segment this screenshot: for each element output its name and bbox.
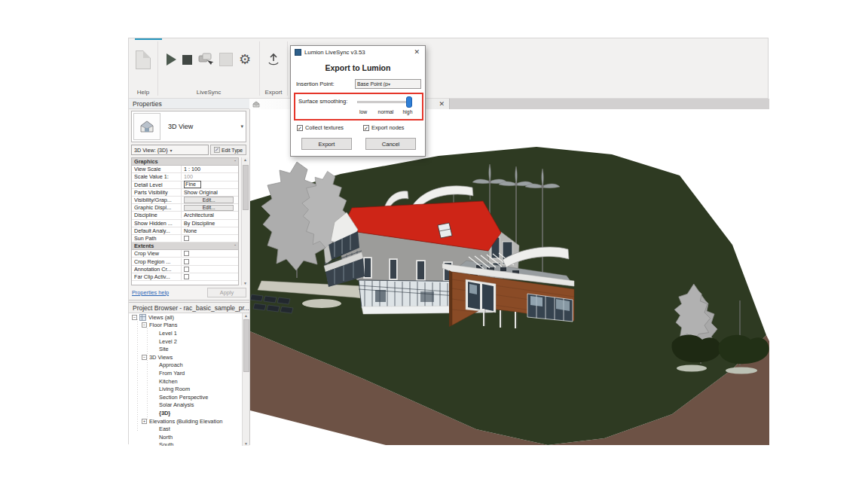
collect-textures-checkbox[interactable]: ✓ Collect textures — [297, 124, 344, 131]
edit-type-button[interactable]: Edit Type — [210, 145, 246, 155]
property-value[interactable] — [182, 259, 238, 264]
tree-item[interactable]: −Views (all) — [129, 313, 241, 322]
properties-scrollbar[interactable]: ▲ ▼ — [241, 157, 249, 285]
dialog-titlebar[interactable]: Lumion LiveSync v3.53 ✕ — [291, 46, 425, 58]
checkbox[interactable] — [184, 259, 189, 264]
surface-smoothing-slider[interactable] — [357, 101, 411, 103]
dialog-heading: Export to Lumion — [291, 63, 425, 72]
apply-button[interactable]: Apply — [207, 288, 246, 297]
properties-help-link[interactable]: Properties help — [132, 289, 169, 296]
tree-item[interactable]: From Yard — [129, 369, 241, 377]
tree-item[interactable]: −3D Views — [129, 353, 241, 361]
collapse-icon[interactable]: − — [142, 322, 147, 328]
property-label: Crop View — [132, 250, 182, 257]
tree-item[interactable]: Living Room — [129, 385, 241, 393]
property-label: Visibility/Grap... — [132, 197, 182, 203]
checkbox[interactable] — [184, 251, 189, 256]
property-value[interactable]: None — [182, 227, 238, 234]
project-browser-header[interactable]: Project Browser - rac_basic_sample_pr... — [129, 303, 249, 313]
section-header[interactable]: Extentsˆ — [132, 242, 238, 250]
type-name: 3D View — [162, 123, 240, 130]
tree-item[interactable]: −Floor Plans — [129, 322, 241, 330]
property-value[interactable] — [182, 274, 238, 279]
tree-item[interactable]: North — [129, 433, 241, 441]
property-row: Crop Region ... — [132, 258, 238, 265]
livesync-sync-icon[interactable] — [198, 53, 213, 66]
property-value[interactable]: Fine — [182, 181, 238, 188]
tree-item-label: 3D Views — [149, 354, 173, 361]
chevron-down-icon[interactable]: ▾ — [240, 124, 246, 130]
expand-icon[interactable]: + — [142, 419, 147, 424]
tree-item-label: East — [159, 425, 170, 432]
property-label: Crop Region ... — [132, 258, 182, 265]
cancel-button[interactable]: Cancel — [365, 138, 416, 150]
livesync-stop-icon[interactable] — [182, 55, 192, 65]
property-value[interactable] — [182, 236, 238, 241]
view-type-combo[interactable]: 3D View: {3D} ▾ — [131, 145, 209, 155]
collapse-icon[interactable]: ˆ — [234, 244, 236, 249]
properties-palette: Properties 3D View ▾ 3D View: {3D} ▾ — [129, 99, 249, 300]
tree-item[interactable]: South — [129, 441, 241, 447]
tree-item-label: Level 1 — [159, 330, 177, 337]
dialog-title: Lumion LiveSync v3.53 — [304, 49, 412, 56]
property-label: Far Clip Activ... — [132, 273, 182, 280]
property-value[interactable]: Show Original — [182, 189, 238, 196]
livesync-disabled-icon — [219, 53, 233, 66]
property-value[interactable]: Edit... — [182, 205, 238, 211]
property-label: Graphic Displ... — [132, 204, 182, 211]
insertion-point-dropdown[interactable]: Base Point (project north) ▾ — [355, 79, 421, 89]
tree-item-label: {3D} — [159, 410, 170, 416]
3d-viewport[interactable] — [250, 109, 769, 445]
tree-item[interactable]: +Elevations (Building Elevation — [129, 417, 241, 425]
slider-thumb[interactable] — [406, 96, 412, 108]
type-selector[interactable]: 3D View ▾ — [131, 111, 246, 142]
ribbon: Help ⚙ LiveSync — [129, 38, 768, 99]
settings-gear-icon[interactable]: ⚙ — [239, 53, 251, 66]
checkbox-checked-icon: ✓ — [363, 125, 369, 131]
livesync-start-icon[interactable] — [167, 53, 176, 66]
section-header[interactable]: Graphicsˆ — [132, 158, 238, 166]
export-icon[interactable] — [266, 52, 281, 67]
project-browser-scrollbar[interactable]: ▲ ▼ — [242, 313, 249, 446]
collapse-icon[interactable]: − — [132, 315, 137, 320]
properties-header[interactable]: Properties — [129, 99, 249, 109]
checkbox-checked-icon: ✓ — [297, 125, 303, 131]
property-value[interactable]: Architectural — [182, 212, 238, 218]
checkbox[interactable] — [184, 236, 189, 241]
property-value[interactable] — [182, 251, 238, 256]
chevron-down-icon: ▾ — [388, 81, 419, 87]
export-nodes-checkbox[interactable]: ✓ Export nodes — [363, 124, 405, 131]
revit-window: Help ⚙ LiveSync — [128, 38, 769, 444]
dialog-close-icon[interactable]: ✕ — [412, 48, 421, 56]
lumion-app-icon — [295, 49, 301, 56]
property-value[interactable]: Edit... — [182, 197, 238, 203]
tree-item[interactable]: Kitchen — [129, 377, 241, 386]
property-value[interactable]: 1 : 100 — [182, 166, 238, 172]
tree-item[interactable]: Solar Analysis — [129, 401, 241, 410]
tree-item[interactable]: Approach — [129, 361, 241, 370]
ribbon-group-label: Export — [260, 89, 287, 96]
collapse-icon[interactable]: ˆ — [234, 160, 236, 164]
checkbox[interactable] — [184, 267, 189, 272]
property-row: Annotation Cr... — [132, 266, 238, 273]
property-row: Sun Path — [132, 235, 238, 242]
collapse-icon[interactable]: − — [142, 355, 147, 360]
property-row: Parts VisibilityShow Original — [132, 189, 238, 197]
ribbon-group-help: Help — [129, 38, 157, 99]
edit-button[interactable]: Edit... — [184, 197, 234, 203]
tree-item[interactable]: {3D} — [129, 409, 241, 417]
tab-close-icon[interactable]: ✕ — [437, 100, 446, 108]
tree-item[interactable]: Section Perspective — [129, 393, 241, 401]
property-row: Default Analy...None — [132, 227, 238, 235]
edit-button[interactable]: Edit... — [184, 205, 234, 211]
export-button[interactable]: Export — [301, 138, 352, 150]
property-value[interactable]: 100 — [182, 173, 238, 180]
tree-item[interactable]: Level 2 — [129, 337, 241, 346]
property-value[interactable] — [182, 267, 238, 272]
help-icon[interactable] — [136, 50, 151, 69]
tree-item[interactable]: Level 1 — [129, 329, 241, 337]
tree-item[interactable]: Site — [129, 345, 241, 353]
property-value[interactable]: By Discipline — [182, 220, 238, 227]
checkbox[interactable] — [184, 274, 189, 279]
tree-item[interactable]: East — [129, 425, 241, 433]
